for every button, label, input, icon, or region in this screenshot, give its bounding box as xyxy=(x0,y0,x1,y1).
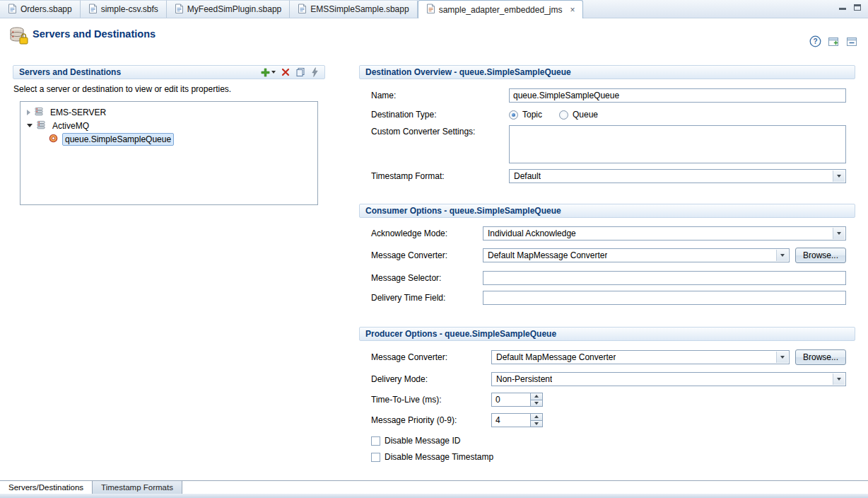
maximize-icon[interactable] xyxy=(854,4,861,11)
acknowledge-mode-label: Acknowledge Mode: xyxy=(371,228,483,238)
header-actions: ? xyxy=(809,35,858,47)
collapse-arrow-icon[interactable] xyxy=(27,124,33,127)
chevron-down-icon xyxy=(833,170,845,182)
servers-destinations-panel: Servers and Destinations Select a server… xyxy=(13,65,325,205)
message-selector-label: Message Selector: xyxy=(371,273,483,283)
delete-button[interactable] xyxy=(281,68,290,76)
tab-emssimplesample-sbapp[interactable]: EMSSimpleSample.sbapp xyxy=(290,0,417,18)
page-title: Servers and Destinations xyxy=(33,28,156,40)
topic-radio-label: Topic xyxy=(522,110,542,120)
producer-browse-button[interactable]: Browse... xyxy=(795,349,846,365)
collapse-panel-icon[interactable] xyxy=(846,36,858,47)
disable-message-id-row: Disable Message ID xyxy=(359,435,855,446)
tab-label: sample_adapter_embedded_jms xyxy=(439,5,563,15)
queue-icon xyxy=(48,133,59,146)
section-title: Servers and Destinations xyxy=(19,67,121,77)
tab-myfeedsimplugin-sbapp[interactable]: MyFeedSimPlugin.sbapp xyxy=(167,0,290,18)
consumer-message-converter-select[interactable]: Default MapMessage Converter xyxy=(483,248,790,262)
window-bottom-strip xyxy=(0,494,868,498)
servers-destinations-icon xyxy=(8,25,30,49)
tree-item-queue-simplesamplequeue[interactable]: queue.SimpleSampleQueue xyxy=(20,132,317,146)
delivery-time-field-label: Delivery Time Field: xyxy=(371,293,483,303)
message-converter-label: Message Converter: xyxy=(371,352,491,362)
tab-label: simple-csv.sbfs xyxy=(101,4,158,14)
tab-label: MyFeedSimPlugin.sbapp xyxy=(187,4,281,14)
spinner-up-icon[interactable] xyxy=(531,413,543,421)
section-title: Consumer Options - queue.SimpleSampleQue… xyxy=(365,206,561,216)
disable-message-timestamp-row: Disable Message Timestamp xyxy=(359,451,855,463)
delivery-time-field-row: Delivery Time Field: xyxy=(359,291,855,305)
acknowledge-mode-value: Individual Acknowledge xyxy=(488,228,576,238)
time-to-live-label: Time-To-Live (ms): xyxy=(371,395,491,405)
add-panel-icon[interactable] xyxy=(828,36,840,47)
chevron-down-icon xyxy=(776,250,788,261)
page-header: Servers and Destinations ? xyxy=(0,18,868,58)
queue-radio[interactable] xyxy=(559,110,568,120)
delivery-time-field-input[interactable] xyxy=(483,291,846,305)
queue-radio-label: Queue xyxy=(573,110,598,120)
topic-radio[interactable] xyxy=(509,110,518,120)
message-priority-row: Message Priority (0-9): xyxy=(359,413,855,427)
instruction-text: Select a server or destination to view o… xyxy=(13,84,325,94)
producer-message-converter-select[interactable]: Default MapMessage Converter xyxy=(491,350,790,364)
disable-message-id-checkbox[interactable] xyxy=(371,436,380,446)
timestamp-format-value: Default xyxy=(514,171,541,181)
disable-message-timestamp-checkbox[interactable] xyxy=(371,453,380,462)
chevron-down-icon xyxy=(833,228,845,239)
add-server-button[interactable] xyxy=(261,68,276,77)
message-priority-label: Message Priority (0-9): xyxy=(371,415,491,425)
spinner-down-icon[interactable] xyxy=(531,421,543,428)
file-icon xyxy=(8,4,17,16)
tab-sample-adapter-embedded-jms[interactable]: sample_adapter_embedded_jms × xyxy=(418,0,584,18)
file-icon xyxy=(175,4,184,16)
tree-item-ems-server[interactable]: EMS-SERVER xyxy=(20,105,317,119)
copy-button[interactable] xyxy=(295,67,305,77)
acknowledge-mode-row: Acknowledge Mode: Individual Acknowledge xyxy=(359,226,855,241)
svg-text:?: ? xyxy=(813,37,817,45)
bottom-tab-bar: Servers/Destinations Timestamp Formats xyxy=(0,480,868,494)
spinner-up-icon[interactable] xyxy=(531,393,543,400)
file-icon xyxy=(298,4,307,16)
tab-label: EMSSimpleSample.sbapp xyxy=(310,4,409,14)
name-input[interactable] xyxy=(509,88,846,103)
delivery-mode-label: Delivery Mode: xyxy=(371,374,491,384)
server-tree[interactable]: EMS-SERVER ActiveMQ queue.SimpleSampleQu… xyxy=(20,101,318,205)
acknowledge-mode-select[interactable]: Individual Acknowledge xyxy=(483,226,846,241)
producer-options-header: Producer Options - queue.SimpleSampleQue… xyxy=(359,327,855,341)
message-selector-row: Message Selector: xyxy=(359,271,855,285)
message-priority-input[interactable] xyxy=(491,413,531,427)
message-converter-label: Message Converter: xyxy=(371,250,483,260)
section-title: Destination Overview - queue.SimpleSampl… xyxy=(365,67,571,77)
timestamp-format-row: Timestamp Format: Default xyxy=(359,169,855,183)
bottom-tab-label: Servers/Destinations xyxy=(8,483,83,492)
time-to-live-input[interactable] xyxy=(491,393,531,407)
delivery-mode-select[interactable]: Non-Persistent xyxy=(491,372,846,386)
message-selector-input[interactable] xyxy=(483,271,846,285)
tree-item-activemq[interactable]: ActiveMQ xyxy=(20,119,317,132)
properties-panel: Destination Overview - queue.SimpleSampl… xyxy=(359,65,855,463)
expand-arrow-icon[interactable] xyxy=(27,110,30,115)
delivery-mode-value: Non-Persistent xyxy=(496,374,552,384)
file-icon xyxy=(426,4,435,16)
tab-timestamp-formats[interactable]: Timestamp Formats xyxy=(93,481,182,494)
chevron-down-icon xyxy=(271,71,276,74)
spinner-down-icon[interactable] xyxy=(531,400,543,407)
minimize-icon[interactable] xyxy=(839,4,847,11)
consumer-browse-button[interactable]: Browse... xyxy=(795,248,846,263)
tab-simple-csv-sbfs[interactable]: simple-csv.sbfs xyxy=(81,0,167,18)
tree-item-label: queue.SimpleSampleQueue xyxy=(62,133,174,146)
wizard-button[interactable] xyxy=(311,67,319,77)
help-icon[interactable]: ? xyxy=(809,35,821,47)
server-icon xyxy=(34,106,45,119)
close-icon[interactable]: × xyxy=(570,6,575,14)
timestamp-format-select[interactable]: Default xyxy=(509,169,846,183)
tab-servers-destinations[interactable]: Servers/Destinations xyxy=(0,481,93,494)
file-icon xyxy=(88,4,98,16)
custom-converter-label: Custom Converter Settings: xyxy=(371,125,509,137)
tab-orders-sbapp[interactable]: Orders.sbapp xyxy=(0,0,81,18)
time-to-live-row: Time-To-Live (ms): xyxy=(359,393,855,407)
destination-overview-header: Destination Overview - queue.SimpleSampl… xyxy=(359,65,855,79)
chevron-down-icon xyxy=(833,374,845,385)
consumer-options-header: Consumer Options - queue.SimpleSampleQue… xyxy=(359,204,855,218)
custom-converter-settings-textarea[interactable] xyxy=(509,125,846,163)
